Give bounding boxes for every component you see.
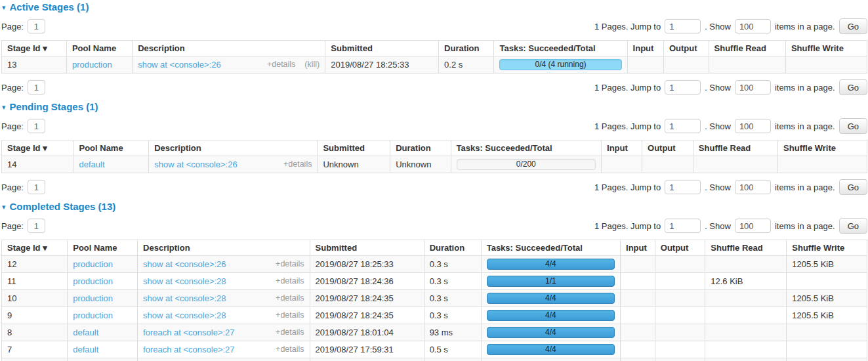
details-toggle[interactable]: +details	[267, 60, 295, 70]
column-header-description[interactable]: Description	[133, 41, 325, 56]
shuffle-write-cell	[778, 156, 867, 173]
duration-cell: 0.5 s	[424, 341, 481, 358]
stage-description-link[interactable]: show at <console>:26	[143, 259, 226, 269]
jump-to-page-input[interactable]	[665, 119, 701, 133]
column-header-tasks-succeeded-total[interactable]: Tasks: Succeeded/Total	[494, 41, 627, 56]
pool-name-link[interactable]: production	[72, 60, 112, 70]
jump-to-page-input[interactable]	[665, 219, 701, 233]
shuffle-read-cell	[705, 307, 787, 324]
page-number-input[interactable]	[28, 19, 45, 33]
column-header-stage-id[interactable]: Stage Id ▾	[2, 240, 68, 256]
items-per-page-input[interactable]	[735, 119, 771, 133]
stage-description-link[interactable]: foreach at <console>:27	[143, 328, 235, 337]
duration-cell: 0.3 s	[424, 290, 481, 307]
column-header-input[interactable]: Input	[602, 140, 642, 156]
items-per-page-input[interactable]	[735, 219, 771, 233]
page-number-input[interactable]	[28, 80, 45, 95]
pending-stages-table: Stage Id ▾Pool NameDescriptionSubmittedD…	[1, 140, 867, 173]
column-header-duration[interactable]: Duration	[439, 41, 494, 56]
column-header-tasks-succeeded-total[interactable]: Tasks: Succeeded/Total	[481, 240, 620, 256]
stage-description-link[interactable]: foreach at <console>:27	[143, 345, 235, 354]
pool-name-cell: default	[73, 156, 149, 173]
jump-to-page-input[interactable]	[665, 80, 701, 95]
go-button[interactable]: Go	[839, 118, 867, 134]
column-header-pool-name[interactable]: Pool Name	[68, 240, 138, 256]
column-header-duration[interactable]: Duration	[424, 240, 481, 256]
details-toggle[interactable]: +details	[276, 293, 304, 303]
duration-cell: Unknown	[390, 156, 451, 173]
shuffle-write-cell: 1205.5 KiB	[787, 307, 867, 324]
description-cell: show at <console>:28+details	[138, 358, 310, 361]
column-header-input[interactable]: Input	[627, 41, 663, 56]
items-per-page-input[interactable]	[735, 180, 771, 194]
jump-to-page-input[interactable]	[665, 19, 701, 33]
column-header-pool-name[interactable]: Pool Name	[73, 140, 149, 156]
column-header-shuffle-read[interactable]: Shuffle Read	[705, 240, 787, 256]
pool-name-link[interactable]: default	[79, 159, 104, 169]
column-header-output[interactable]: Output	[642, 140, 693, 156]
stage-description-link[interactable]: show at <console>:28	[143, 293, 226, 303]
page-label: Page:	[1, 182, 24, 192]
items-text: items in a page.	[775, 121, 835, 131]
pool-name-link[interactable]: production	[73, 293, 113, 303]
details-toggle[interactable]: +details	[276, 345, 304, 354]
output-cell	[642, 156, 693, 173]
column-header-output[interactable]: Output	[655, 240, 705, 256]
go-button[interactable]: Go	[839, 179, 867, 195]
go-button[interactable]: Go	[839, 218, 867, 234]
column-header-tasks-succeeded-total[interactable]: Tasks: Succeeded/Total	[451, 140, 602, 156]
section-title: Pending Stages (1)	[10, 101, 98, 112]
pending-stages-collapse-header[interactable]: ▾ Pending Stages (1)	[2, 101, 867, 112]
stage-description-link[interactable]: show at <console>:28	[143, 276, 226, 286]
input-cell	[621, 307, 655, 324]
jump-to-page-input[interactable]	[665, 180, 701, 194]
details-toggle[interactable]: +details	[276, 259, 304, 269]
pool-name-link[interactable]: production	[73, 276, 113, 286]
items-text: items in a page.	[775, 221, 835, 231]
kill-link[interactable]: (kill)	[304, 60, 320, 70]
column-header-duration[interactable]: Duration	[390, 140, 451, 156]
pool-name-link[interactable]: default	[73, 345, 98, 354]
column-header-shuffle-write[interactable]: Shuffle Write	[785, 41, 867, 56]
completed-stages-collapse-header[interactable]: ▾ Completed Stages (13)	[2, 201, 867, 212]
pool-name-cell: default	[68, 341, 138, 358]
stage-description-link[interactable]: show at <console>:26	[154, 159, 237, 169]
details-toggle[interactable]: +details	[276, 310, 304, 320]
column-header-submitted[interactable]: Submitted	[318, 140, 390, 156]
table-header-row: Stage Id ▾Pool NameDescriptionSubmittedD…	[2, 140, 867, 156]
stage-description-link[interactable]: show at <console>:28	[143, 310, 226, 320]
pagination-bar: Page: 1 Pages. Jump to . Show items in a…	[1, 18, 867, 34]
pool-name-link[interactable]: production	[73, 259, 113, 269]
tasks-progress-bar: 0/4 (4 running)	[499, 59, 621, 70]
tasks-progress-label: 4/4	[545, 345, 556, 354]
details-toggle[interactable]: +details	[276, 276, 304, 286]
column-header-stage-id[interactable]: Stage Id ▾	[2, 41, 67, 56]
pool-name-link[interactable]: production	[73, 310, 113, 320]
column-header-pool-name[interactable]: Pool Name	[66, 41, 132, 56]
page-number-input[interactable]	[28, 219, 45, 233]
column-header-shuffle-write[interactable]: Shuffle Write	[778, 140, 867, 156]
column-header-shuffle-read[interactable]: Shuffle Read	[709, 41, 785, 56]
active-stages-collapse-header[interactable]: ▾ Active Stages (1)	[2, 1, 867, 12]
column-header-input[interactable]: Input	[621, 240, 655, 256]
details-toggle[interactable]: +details	[276, 328, 304, 337]
page-number-input[interactable]	[28, 180, 45, 194]
stage-description-link[interactable]: show at <console>:26	[138, 60, 220, 70]
pool-name-link[interactable]: default	[73, 328, 98, 337]
column-header-description[interactable]: Description	[149, 140, 318, 156]
column-header-description[interactable]: Description	[138, 240, 310, 256]
column-header-shuffle-read[interactable]: Shuffle Read	[693, 140, 777, 156]
column-header-submitted[interactable]: Submitted	[325, 41, 439, 56]
page-number-input[interactable]	[28, 119, 45, 133]
column-header-stage-id[interactable]: Stage Id ▾	[2, 140, 73, 156]
go-button[interactable]: Go	[839, 79, 867, 95]
column-header-submitted[interactable]: Submitted	[310, 240, 424, 256]
items-per-page-input[interactable]	[735, 80, 771, 95]
tasks-progress-label: 1/1	[545, 276, 556, 286]
details-toggle[interactable]: +details	[283, 159, 312, 169]
column-header-output[interactable]: Output	[663, 41, 709, 56]
column-header-shuffle-write[interactable]: Shuffle Write	[787, 240, 867, 256]
items-per-page-input[interactable]	[735, 19, 771, 33]
go-button[interactable]: Go	[839, 18, 867, 34]
tasks-progress-cell: 1/1	[481, 358, 620, 361]
